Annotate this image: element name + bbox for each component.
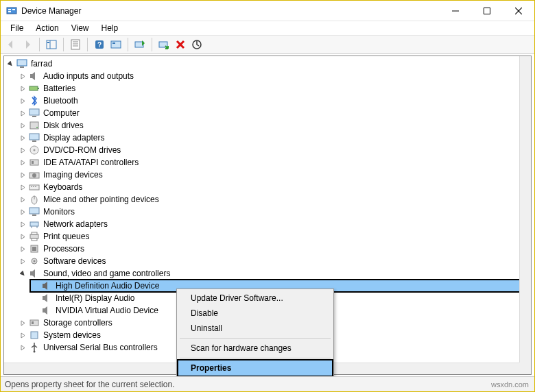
network-icon	[29, 219, 40, 230]
close-button[interactable]	[503, 1, 534, 21]
toolbar-update-driver[interactable]	[132, 37, 147, 52]
gear-icon	[29, 256, 40, 267]
expander-closed-icon[interactable]	[18, 156, 27, 169]
svg-point-33	[34, 149, 36, 151]
controller-icon	[29, 317, 40, 328]
speaker-icon	[41, 280, 52, 291]
tree-category-disk[interactable]: Disk drives	[5, 119, 531, 132]
tree-category-label: Keyboards	[42, 181, 84, 193]
tree-category-software[interactable]: Software devices	[5, 255, 531, 267]
tree-root-label: farrad	[29, 58, 54, 70]
tree-category-label: Print queues	[42, 230, 91, 243]
tree-category-audio_io[interactable]: Audio inputs and outputs	[5, 70, 531, 82]
toolbar-uninstall[interactable]	[173, 37, 188, 52]
svg-rect-49	[30, 234, 38, 238]
expander-open-icon[interactable]	[5, 58, 15, 70]
expander-closed-icon[interactable]	[18, 193, 27, 206]
expander-closed-icon[interactable]	[18, 70, 27, 82]
expander-closed-icon[interactable]	[18, 218, 27, 230]
svg-rect-0	[7, 8, 16, 14]
context-menu-update-driver[interactable]: Update Driver Software...	[178, 291, 332, 306]
svg-rect-35	[32, 161, 34, 164]
menu-action[interactable]: Action	[30, 22, 64, 34]
toolbar-scan-hardware[interactable]	[189, 37, 204, 52]
toolbar-show-hide-console-tree[interactable]	[44, 37, 59, 52]
maximize-button[interactable]	[471, 1, 503, 21]
svg-rect-10	[47, 42, 49, 43]
svg-rect-41	[35, 186, 36, 187]
speaker-icon	[29, 268, 40, 279]
expander-closed-icon[interactable]	[18, 230, 27, 243]
toolbar-properties[interactable]	[68, 37, 83, 52]
svg-rect-45	[32, 215, 36, 216]
expander-closed-icon[interactable]	[18, 95, 27, 107]
expander-closed-icon[interactable]	[18, 82, 27, 95]
menu-file[interactable]: File	[5, 22, 29, 34]
expander-open-icon[interactable]	[18, 267, 27, 280]
expander-closed-icon[interactable]	[18, 341, 27, 354]
computer-icon	[16, 58, 27, 69]
svg-rect-44	[29, 208, 39, 214]
tree-device-label: NVIDIA Virtual Audio Device	[54, 304, 160, 317]
tree-category-print[interactable]: Print queues	[5, 230, 531, 243]
expander-closed-icon[interactable]	[18, 243, 27, 255]
tree-category-label: Processors	[42, 243, 86, 255]
toolbar-disable[interactable]	[156, 37, 171, 52]
toolbar-help[interactable]: ?	[92, 37, 107, 52]
tree-category-batteries[interactable]: Batteries	[5, 82, 531, 95]
tree-category-keyboards[interactable]: Keyboards	[5, 181, 531, 193]
tree-category-computer[interactable]: Computer	[5, 107, 531, 119]
expander-closed-icon[interactable]	[18, 206, 27, 218]
expander-closed-icon[interactable]	[18, 169, 27, 181]
vertical-scrollbar[interactable]	[519, 56, 531, 363]
context-menu-uninstall[interactable]: Uninstall	[178, 321, 332, 336]
expander-closed-icon[interactable]	[18, 255, 27, 267]
tree-category-processors[interactable]: Processors	[5, 243, 531, 255]
tree-category-monitors[interactable]: Monitors	[5, 206, 531, 218]
disk-icon	[29, 120, 40, 131]
expander-closed-icon[interactable]	[18, 107, 27, 119]
menu-help[interactable]: Help	[96, 22, 124, 34]
cpu-icon	[29, 243, 40, 254]
tree-category-network[interactable]: Network adapters	[5, 218, 531, 230]
tree-root[interactable]: farrad	[5, 58, 531, 70]
toolbar-action-icon[interactable]	[108, 37, 123, 52]
expander-closed-icon[interactable]	[18, 119, 27, 132]
expander-closed-icon[interactable]	[18, 181, 27, 193]
app-icon	[6, 5, 17, 16]
tree-category-bluetooth[interactable]: Bluetooth	[5, 95, 531, 107]
speaker-icon	[29, 71, 40, 82]
minimize-button[interactable]	[440, 1, 471, 21]
tree-category-mice[interactable]: Mice and other pointing devices	[5, 193, 531, 206]
context-menu-properties[interactable]: Properties	[178, 360, 332, 376]
tree-category-ide[interactable]: IDE ATA/ATAPI controllers	[5, 156, 531, 169]
context-menu-disable[interactable]: Disable	[178, 306, 332, 321]
tree-category-label: Disk drives	[42, 119, 85, 132]
tree-category-label: Bluetooth	[42, 95, 80, 107]
svg-rect-58	[31, 332, 38, 339]
tree-category-label: Sound, video and game controllers	[42, 267, 171, 280]
tree-device-label: High Definition Audio Device	[54, 280, 160, 292]
speaker-icon	[41, 293, 52, 304]
speaker-icon	[41, 305, 52, 316]
expander-closed-icon[interactable]	[18, 329, 27, 341]
svg-rect-1	[8, 9, 11, 10]
tree-category-sound[interactable]: Sound, video and game controllers	[5, 267, 531, 280]
monitor-icon	[29, 206, 40, 217]
tree-category-label: Batteries	[42, 82, 77, 95]
menu-view[interactable]: View	[66, 22, 95, 34]
tree-category-label: DVD/CD-ROM drives	[42, 144, 122, 156]
svg-rect-26	[29, 109, 39, 115]
svg-rect-51	[32, 238, 37, 241]
tree-category-imaging[interactable]: Imaging devices	[5, 169, 531, 181]
svg-rect-2	[8, 11, 11, 12]
mouse-icon	[29, 194, 40, 205]
tree-category-display[interactable]: Display adapters	[5, 132, 531, 144]
tree-category-dvd[interactable]: DVD/CD-ROM drives	[5, 144, 531, 156]
context-menu-scan[interactable]: Scan for hardware changes	[178, 341, 332, 356]
tree-category-label: Universal Serial Bus controllers	[42, 341, 159, 354]
controller-icon	[29, 157, 40, 168]
expander-closed-icon[interactable]	[18, 132, 27, 144]
expander-closed-icon[interactable]	[18, 317, 27, 329]
expander-closed-icon[interactable]	[18, 144, 27, 156]
